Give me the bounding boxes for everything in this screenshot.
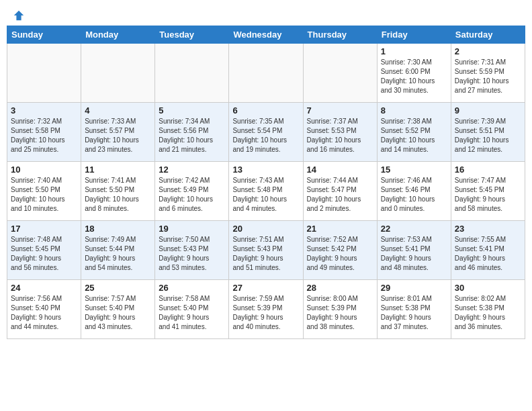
calendar-week-row: 3Sunrise: 7:32 AM Sunset: 5:58 PM Daylig…: [7, 103, 525, 162]
calendar-table: SundayMondayTuesdayWednesdayThursdayFrid…: [7, 26, 525, 339]
calendar-cell: [7, 44, 81, 103]
calendar-cell: 25Sunrise: 7:57 AM Sunset: 5:40 PM Dayli…: [81, 280, 155, 339]
weekday-header: Tuesday: [155, 26, 229, 44]
calendar-cell: 20Sunrise: 7:51 AM Sunset: 5:43 PM Dayli…: [229, 221, 303, 280]
day-number: 27: [232, 283, 299, 293]
day-number: 9: [455, 105, 521, 116]
day-info: Sunrise: 7:59 AM Sunset: 5:39 PM Dayligh…: [232, 294, 299, 332]
day-info: Sunrise: 7:33 AM Sunset: 5:57 PM Dayligh…: [85, 117, 151, 154]
calendar-week-row: 17Sunrise: 7:48 AM Sunset: 5:45 PM Dayli…: [7, 221, 525, 280]
calendar-cell: 6Sunrise: 7:35 AM Sunset: 5:54 PM Daylig…: [229, 103, 303, 162]
day-info: Sunrise: 7:55 AM Sunset: 5:41 PM Dayligh…: [455, 235, 521, 273]
day-info: Sunrise: 7:51 AM Sunset: 5:43 PM Dayligh…: [232, 235, 299, 273]
calendar-cell: 17Sunrise: 7:48 AM Sunset: 5:45 PM Dayli…: [7, 221, 81, 280]
calendar-cell: 28Sunrise: 8:00 AM Sunset: 5:39 PM Dayli…: [303, 280, 377, 339]
day-info: Sunrise: 7:47 AM Sunset: 5:45 PM Dayligh…: [455, 176, 521, 214]
weekday-header: Saturday: [451, 26, 525, 44]
calendar-cell: 4Sunrise: 7:33 AM Sunset: 5:57 PM Daylig…: [81, 103, 155, 162]
day-info: Sunrise: 7:32 AM Sunset: 5:58 PM Dayligh…: [11, 117, 77, 154]
calendar-cell: [303, 44, 377, 103]
day-number: 2: [455, 46, 521, 56]
day-number: 22: [381, 224, 447, 234]
calendar-cell: 14Sunrise: 7:44 AM Sunset: 5:47 PM Dayli…: [303, 162, 377, 221]
calendar-cell: 22Sunrise: 7:53 AM Sunset: 5:41 PM Dayli…: [377, 221, 451, 280]
day-number: 13: [232, 165, 299, 175]
calendar-cell: 21Sunrise: 7:52 AM Sunset: 5:42 PM Dayli…: [303, 221, 377, 280]
day-number: 19: [159, 224, 225, 234]
day-info: Sunrise: 7:56 AM Sunset: 5:40 PM Dayligh…: [11, 294, 77, 332]
calendar-week-row: 24Sunrise: 7:56 AM Sunset: 5:40 PM Dayli…: [7, 280, 525, 339]
day-number: 12: [159, 165, 225, 175]
calendar-cell: 30Sunrise: 8:02 AM Sunset: 5:38 PM Dayli…: [451, 280, 525, 339]
logo: [12, 9, 25, 19]
day-number: 6: [232, 105, 299, 116]
calendar-header-row: SundayMondayTuesdayWednesdayThursdayFrid…: [7, 26, 525, 44]
day-info: Sunrise: 7:48 AM Sunset: 5:45 PM Dayligh…: [11, 235, 77, 273]
calendar-cell: 16Sunrise: 7:47 AM Sunset: 5:45 PM Dayli…: [451, 162, 525, 221]
day-number: 17: [11, 224, 77, 234]
day-number: 29: [381, 283, 447, 293]
calendar-cell: [81, 44, 155, 103]
day-info: Sunrise: 7:52 AM Sunset: 5:42 PM Dayligh…: [307, 235, 373, 273]
day-number: 11: [85, 165, 151, 175]
calendar-cell: 9Sunrise: 7:39 AM Sunset: 5:51 PM Daylig…: [451, 103, 525, 162]
day-info: Sunrise: 7:53 AM Sunset: 5:41 PM Dayligh…: [381, 235, 447, 273]
day-number: 15: [381, 165, 447, 175]
calendar-week-row: 1Sunrise: 7:30 AM Sunset: 6:00 PM Daylig…: [7, 44, 525, 103]
day-info: Sunrise: 7:46 AM Sunset: 5:46 PM Dayligh…: [381, 176, 447, 214]
day-info: Sunrise: 7:40 AM Sunset: 5:50 PM Dayligh…: [11, 176, 77, 214]
day-number: 25: [85, 283, 151, 293]
calendar-cell: 8Sunrise: 7:38 AM Sunset: 5:52 PM Daylig…: [377, 103, 451, 162]
day-number: 8: [381, 105, 447, 116]
day-info: Sunrise: 7:35 AM Sunset: 5:54 PM Dayligh…: [232, 117, 299, 154]
calendar-cell: 27Sunrise: 7:59 AM Sunset: 5:39 PM Dayli…: [229, 280, 303, 339]
calendar-cell: 23Sunrise: 7:55 AM Sunset: 5:41 PM Dayli…: [451, 221, 525, 280]
day-number: 26: [159, 283, 225, 293]
calendar-cell: 29Sunrise: 8:01 AM Sunset: 5:38 PM Dayli…: [377, 280, 451, 339]
day-info: Sunrise: 7:38 AM Sunset: 5:52 PM Dayligh…: [381, 117, 447, 154]
weekday-header: Wednesday: [229, 26, 303, 44]
day-number: 30: [455, 283, 521, 293]
day-number: 14: [307, 165, 373, 175]
day-info: Sunrise: 8:01 AM Sunset: 5:38 PM Dayligh…: [381, 294, 447, 332]
day-number: 4: [85, 105, 151, 116]
calendar-cell: 24Sunrise: 7:56 AM Sunset: 5:40 PM Dayli…: [7, 280, 81, 339]
calendar-week-row: 10Sunrise: 7:40 AM Sunset: 5:50 PM Dayli…: [7, 162, 525, 221]
calendar-cell: 18Sunrise: 7:49 AM Sunset: 5:44 PM Dayli…: [81, 221, 155, 280]
page-header: [7, 7, 525, 21]
day-info: Sunrise: 7:30 AM Sunset: 6:00 PM Dayligh…: [381, 58, 447, 95]
day-info: Sunrise: 7:50 AM Sunset: 5:43 PM Dayligh…: [159, 235, 225, 273]
day-info: Sunrise: 7:34 AM Sunset: 5:56 PM Dayligh…: [159, 117, 225, 154]
day-number: 5: [159, 105, 225, 116]
calendar-cell: 1Sunrise: 7:30 AM Sunset: 6:00 PM Daylig…: [377, 44, 451, 103]
weekday-header: Monday: [81, 26, 155, 44]
svg-marker-0: [14, 11, 24, 20]
day-number: 10: [11, 165, 77, 175]
day-number: 18: [85, 224, 151, 234]
day-number: 3: [11, 105, 77, 116]
weekday-header: Sunday: [7, 26, 81, 44]
calendar-cell: 15Sunrise: 7:46 AM Sunset: 5:46 PM Dayli…: [377, 162, 451, 221]
calendar-cell: 12Sunrise: 7:42 AM Sunset: 5:49 PM Dayli…: [155, 162, 229, 221]
day-info: Sunrise: 7:49 AM Sunset: 5:44 PM Dayligh…: [85, 235, 151, 273]
day-info: Sunrise: 7:31 AM Sunset: 5:59 PM Dayligh…: [455, 58, 521, 95]
day-number: 7: [307, 105, 373, 116]
day-info: Sunrise: 7:44 AM Sunset: 5:47 PM Dayligh…: [307, 176, 373, 214]
day-number: 1: [381, 46, 447, 56]
calendar-cell: 5Sunrise: 7:34 AM Sunset: 5:56 PM Daylig…: [155, 103, 229, 162]
day-info: Sunrise: 7:43 AM Sunset: 5:48 PM Dayligh…: [232, 176, 299, 214]
calendar-cell: [229, 44, 303, 103]
day-info: Sunrise: 7:41 AM Sunset: 5:50 PM Dayligh…: [85, 176, 151, 214]
weekday-header: Friday: [377, 26, 451, 44]
calendar-cell: [155, 44, 229, 103]
day-info: Sunrise: 7:37 AM Sunset: 5:53 PM Dayligh…: [307, 117, 373, 154]
calendar-cell: 19Sunrise: 7:50 AM Sunset: 5:43 PM Dayli…: [155, 221, 229, 280]
calendar-cell: 11Sunrise: 7:41 AM Sunset: 5:50 PM Dayli…: [81, 162, 155, 221]
calendar-cell: 7Sunrise: 7:37 AM Sunset: 5:53 PM Daylig…: [303, 103, 377, 162]
calendar-cell: 10Sunrise: 7:40 AM Sunset: 5:50 PM Dayli…: [7, 162, 81, 221]
weekday-header: Thursday: [303, 26, 377, 44]
day-info: Sunrise: 7:39 AM Sunset: 5:51 PM Dayligh…: [455, 117, 521, 154]
day-info: Sunrise: 7:58 AM Sunset: 5:40 PM Dayligh…: [159, 294, 225, 332]
calendar-cell: 26Sunrise: 7:58 AM Sunset: 5:40 PM Dayli…: [155, 280, 229, 339]
day-info: Sunrise: 8:00 AM Sunset: 5:39 PM Dayligh…: [307, 294, 373, 332]
